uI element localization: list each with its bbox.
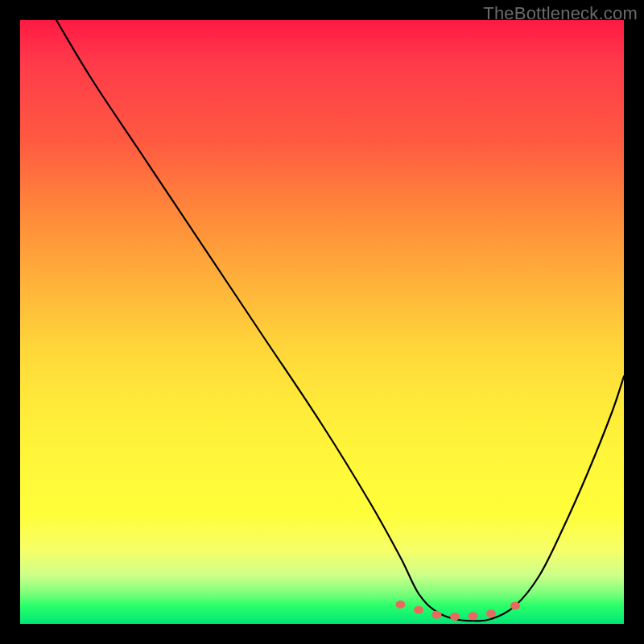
minimum-marker bbox=[486, 609, 496, 617]
minimum-markers bbox=[396, 601, 521, 621]
minimum-marker bbox=[510, 602, 520, 610]
chart-container: TheBottleneck.com bbox=[0, 0, 644, 644]
minimum-marker bbox=[396, 601, 406, 609]
minimum-marker bbox=[469, 612, 478, 620]
minimum-marker bbox=[432, 611, 442, 619]
plot-area bbox=[20, 20, 624, 624]
watermark-text: TheBottleneck.com bbox=[483, 3, 638, 24]
bottleneck-curve bbox=[56, 20, 624, 621]
curve-svg bbox=[20, 20, 624, 624]
minimum-marker bbox=[414, 606, 423, 614]
minimum-marker bbox=[450, 613, 460, 621]
